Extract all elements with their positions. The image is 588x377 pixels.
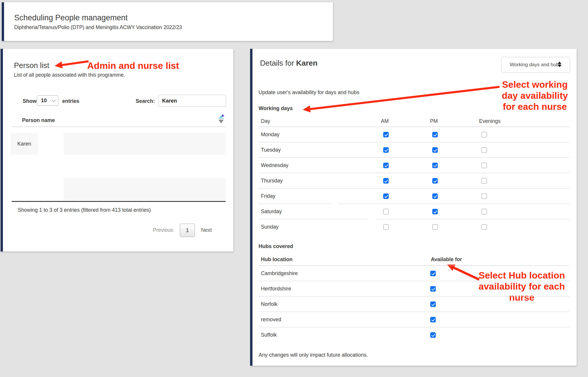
annotation-working-days: Select working day availability for each… <box>494 79 576 112</box>
working-day-row-tuesday: Tuesday <box>259 142 569 158</box>
saturday-am-checkbox[interactable] <box>383 209 389 214</box>
page: Scheduling People management Diphtheria/… <box>0 0 588 377</box>
entries-label: entries <box>62 98 79 104</box>
saturday-evenings-checkbox[interactable] <box>481 209 487 214</box>
annotation-arrow-working-days <box>302 83 500 113</box>
hub-row-cambridgeshire: Cambridgeshire <box>259 266 569 281</box>
friday-pm-checkbox[interactable] <box>432 193 438 199</box>
tuesday-evenings-checkbox[interactable] <box>481 147 487 153</box>
page-header-card: Scheduling People management Diphtheria/… <box>2 2 333 41</box>
arrowhead-icon <box>54 61 62 69</box>
hub-row-hertfordshire: Hertfordshire <box>259 281 569 297</box>
hubs-header-row: Hub location Available for <box>259 254 569 266</box>
page-size-value: 10 <box>41 98 47 104</box>
working-day-row-monday: Monday <box>259 127 569 142</box>
hertfordshire-available-checkbox[interactable] <box>430 286 436 292</box>
table-row-person-name[interactable]: Karen <box>11 133 38 155</box>
col-day: Day <box>261 118 270 124</box>
cambridgeshire-available-checkbox[interactable] <box>430 271 436 276</box>
pagination-previous[interactable]: Previous <box>153 227 173 233</box>
working-day-row-friday: Friday <box>259 188 569 204</box>
pagination-page-1-button[interactable]: 1 <box>180 224 195 237</box>
sunday-evenings-checkbox[interactable] <box>481 224 487 230</box>
redacted-cell <box>64 178 225 200</box>
monday-evenings-checkbox[interactable] <box>481 132 487 137</box>
search-label: Search: <box>136 98 155 104</box>
col-hub-location: Hub location <box>261 256 293 263</box>
annotation-person-list: Admin and nurse list <box>87 60 203 71</box>
view-selector-value: Working days and hubs <box>510 62 561 68</box>
arrowhead-icon <box>302 105 311 113</box>
wednesday-evenings-checkbox[interactable] <box>481 163 487 168</box>
monday-pm-checkbox[interactable] <box>432 132 438 137</box>
working-days-table: Day AM PM Evenings Monday Tuesday Wednes… <box>259 118 569 235</box>
person-list-title: Person list <box>14 61 49 70</box>
show-label: Show <box>23 98 37 104</box>
person-name-column-header[interactable]: Person name <box>22 117 55 123</box>
page-subtitle: Diphtheria/Tetanus/Polio (DTP) and Menin… <box>14 24 182 30</box>
table-summary: Showing 1 to 3 of 3 entries (filtered fr… <box>18 207 151 213</box>
card-accent-border <box>1 49 3 252</box>
col-evenings: Evenings <box>479 118 501 124</box>
allocations-note: Any changes will only impact future allo… <box>259 352 368 358</box>
working-day-row-thursday: Thursday <box>259 173 569 188</box>
friday-am-checkbox[interactable] <box>383 193 389 199</box>
pagination-next[interactable]: Next <box>201 227 212 233</box>
hub-row-norfolk: Norfolk <box>259 297 569 312</box>
working-day-row-sunday: Sunday <box>259 219 569 235</box>
thursday-evenings-checkbox[interactable] <box>481 178 487 184</box>
card-accent-border <box>2 2 4 41</box>
hub-row-suffolk: Suffolk <box>259 327 569 343</box>
thursday-am-checkbox[interactable] <box>383 178 389 184</box>
details-card: Details for Karen Working days and hubs … <box>250 49 577 366</box>
removed-available-checkbox[interactable] <box>430 317 436 322</box>
details-title: Details for Karen <box>260 59 318 68</box>
wednesday-am-checkbox[interactable] <box>383 163 389 168</box>
annotation-arrow-person-list <box>54 58 89 69</box>
friday-evenings-checkbox[interactable] <box>481 193 487 199</box>
hub-row-removed: removed <box>259 312 569 327</box>
col-am: AM <box>381 118 389 124</box>
sunday-pm-checkbox[interactable] <box>432 224 438 230</box>
redacted-cell <box>64 133 225 155</box>
norfolk-available-checkbox[interactable] <box>430 301 436 307</box>
tuesday-am-checkbox[interactable] <box>383 147 389 153</box>
page-title: Scheduling People management <box>14 13 128 22</box>
view-selector-dropdown[interactable]: Working days and hubs <box>501 57 570 73</box>
table-header-divider <box>12 127 226 127</box>
card-accent-border <box>250 49 252 366</box>
thursday-pm-checkbox[interactable] <box>432 178 438 184</box>
col-pm: PM <box>430 118 438 124</box>
sort-icon[interactable] <box>218 115 224 124</box>
working-day-row-wednesday: Wednesday <box>259 158 569 173</box>
working-day-row-saturday: Saturday <box>259 204 569 219</box>
sunday-am-checkbox[interactable] <box>383 224 389 230</box>
details-person-name: Karen <box>296 59 318 67</box>
col-available-for: Available for <box>431 256 462 263</box>
saturday-pm-checkbox[interactable] <box>432 209 438 214</box>
chevron-down-icon <box>52 98 55 102</box>
person-list-card: Person list List of all people associate… <box>1 49 233 252</box>
table-bottom-border <box>12 201 226 202</box>
tuesday-pm-checkbox[interactable] <box>432 147 438 153</box>
select-spinner-icon <box>558 62 561 67</box>
working-days-header-row: Day AM PM Evenings <box>259 118 569 127</box>
hubs-covered-heading: Hubs covered <box>259 243 293 249</box>
monday-am-checkbox[interactable] <box>383 132 389 137</box>
person-list-subtitle: List of all people associated with this … <box>14 72 125 78</box>
hubs-table: Hub location Available for Cambridgeshir… <box>259 254 569 343</box>
wednesday-pm-checkbox[interactable] <box>432 163 438 168</box>
search-input[interactable] <box>158 95 226 107</box>
page-size-select[interactable]: 10 <box>37 95 58 106</box>
suffolk-available-checkbox[interactable] <box>430 332 436 338</box>
working-days-heading: Working days <box>259 105 293 112</box>
availability-description: Update user's availability for days and … <box>259 89 359 96</box>
